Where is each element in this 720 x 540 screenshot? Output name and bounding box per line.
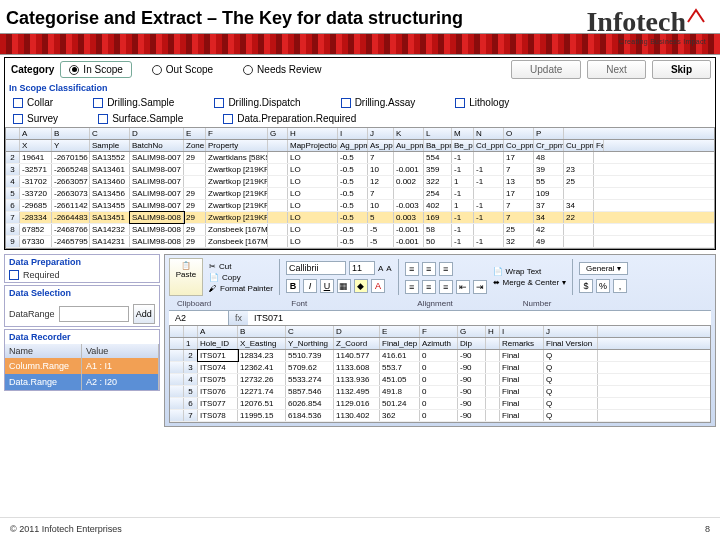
radio-out-scope[interactable]: Out Scope (152, 64, 213, 75)
table-row[interactable]: 4-31702-2663057SA13460SALIM98-007Zwartko… (6, 176, 714, 188)
table-row[interactable]: 219641-2670156SA13552SALIM98-00729Zwartk… (6, 152, 714, 164)
skip-button[interactable]: Skip (652, 60, 711, 79)
next-button[interactable]: Next (587, 60, 646, 79)
checkbox-survey[interactable]: Survey (13, 113, 58, 124)
add-button[interactable]: Add (133, 304, 155, 324)
datarange-label: DataRange (9, 309, 55, 319)
scope-label: In Scope Classification (5, 81, 715, 95)
comma-icon[interactable]: , (613, 279, 627, 293)
fx-icon[interactable]: fx (229, 311, 248, 325)
align-left-icon[interactable]: ≡ (405, 280, 419, 294)
cut-button[interactable]: ✂ Cut (209, 262, 273, 271)
data-recorder: Data Recorder NameValue Column.RangeA1 :… (4, 329, 160, 391)
row-column-range[interactable]: Column.RangeA1 : I1 (5, 358, 159, 374)
table-row[interactable]: 5ITS07612271.745857.5461132.495491.80-90… (170, 386, 710, 398)
table-row[interactable]: 6-29685-2661142SA13455SALIM98-00729Zwart… (6, 200, 714, 212)
cell-reference[interactable]: A2 (169, 311, 229, 325)
checkbox-drilling-sample[interactable]: Drilling.Sample (93, 97, 174, 108)
currency-icon[interactable]: $ (579, 279, 593, 293)
font-color-icon[interactable]: A (371, 279, 385, 293)
paste-button[interactable]: 📋Paste (169, 258, 203, 296)
percent-icon[interactable]: % (596, 279, 610, 293)
fill-icon[interactable]: ◆ (354, 279, 368, 293)
checkbox-collar[interactable]: Collar (13, 97, 53, 108)
data-preparation: Data Preparation Required (4, 254, 160, 283)
footer-page-number: 8 (705, 524, 710, 534)
ribbon: 📋Paste ✂ Cut 📄 Copy 🖌 Format Painter A (164, 254, 716, 427)
wrap-text-button[interactable]: 📄 Wrap Text (493, 267, 566, 276)
align-right-icon[interactable]: ≡ (439, 280, 453, 294)
checkbox-data-preparation-required[interactable]: Data.Preparation.Required (223, 113, 356, 124)
bold-icon[interactable]: B (286, 279, 300, 293)
number-format-select[interactable]: General ▾ (579, 262, 628, 275)
logo: Infotech Creating Business Impact (586, 6, 706, 45)
font-size-select[interactable] (349, 261, 375, 275)
table-row[interactable]: 4ITS07512732.265533.2741133.936451.050-9… (170, 374, 710, 386)
table-row[interactable]: 2ITS07112834.235510.7391140.577416.610-9… (170, 350, 710, 362)
update-button[interactable]: Update (511, 60, 581, 79)
table-row[interactable]: 7-28334-2664483SA13451SALIM98-00829Zwart… (6, 212, 714, 224)
row-data-range[interactable]: Data.RangeA2 : I20 (5, 374, 159, 390)
category-label: Category (9, 62, 60, 77)
format-painter-button[interactable]: 🖌 Format Painter (209, 284, 273, 293)
border-icon[interactable]: ▦ (337, 279, 351, 293)
top-panel: Category In Scope Out Scope Needs Review… (4, 57, 716, 250)
align-bot-icon[interactable]: ≡ (439, 262, 453, 276)
copy-button[interactable]: 📄 Copy (209, 273, 273, 282)
checkbox-drilling-dispatch[interactable]: Drilling.Dispatch (214, 97, 300, 108)
table-row[interactable]: 967330-2465795SA14231SALIM98-00829Zonsbe… (6, 236, 714, 248)
table-row[interactable]: 867852-2468766SA14232SALIM98-00829Zonsbe… (6, 224, 714, 236)
footer-copyright: © 2011 Infotech Enterprises (10, 524, 122, 534)
datarange-input[interactable] (59, 306, 129, 322)
italic-icon[interactable]: I (303, 279, 317, 293)
table-row[interactable]: 6ITS07712076.516026.8541129.016501.240-9… (170, 398, 710, 410)
merge-center-button[interactable]: ⬌ Merge & Center ▾ (493, 278, 566, 287)
font-select[interactable] (286, 261, 346, 275)
table-row[interactable]: 5-33720-2663073SA13456SALIM98-00729Zwart… (6, 188, 714, 200)
indent-inc-icon[interactable]: ⇥ (473, 280, 487, 294)
data-selection: Data Selection DataRange Add (4, 285, 160, 327)
radio-in-scope[interactable]: In Scope (60, 61, 131, 78)
radio-needs-review[interactable]: Needs Review (243, 64, 321, 75)
checkbox-drilling-assay[interactable]: Drilling.Assay (341, 97, 416, 108)
grow-font-icon[interactable]: A (378, 264, 383, 273)
align-mid-icon[interactable]: ≡ (422, 262, 436, 276)
table-row[interactable]: 3ITS07412362.415709.621133.608553.70-90F… (170, 362, 710, 374)
align-center-icon[interactable]: ≡ (422, 280, 436, 294)
checkbox-lithology[interactable]: Lithology (455, 97, 509, 108)
checkbox-surface-sample[interactable]: Surface.Sample (98, 113, 183, 124)
table-row[interactable]: 3-32571-2665248SA13461SALIM98-007Zwartko… (6, 164, 714, 176)
shrink-font-icon[interactable]: A (386, 264, 391, 273)
table-row[interactable]: 7ITS07811995.156184.5361130.4023620-90Fi… (170, 410, 710, 422)
underline-icon[interactable]: U (320, 279, 334, 293)
indent-dec-icon[interactable]: ⇤ (456, 280, 470, 294)
formula-bar[interactable]: ITS071 (248, 311, 711, 325)
align-top-icon[interactable]: ≡ (405, 262, 419, 276)
